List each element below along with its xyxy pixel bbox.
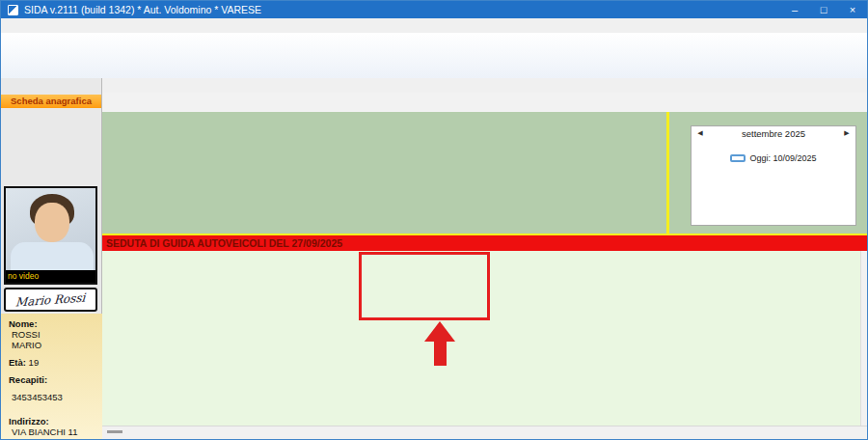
month-calendar: ◀ settembre 2025 ▶ Oggi: 10/09/2025: [691, 125, 856, 226]
titlebar: SIDA v.2111 (build 1342) * Aut. Voldomin…: [1, 1, 867, 18]
sidebar-icon-row: [1, 78, 101, 95]
age-label: Età:: [9, 357, 26, 368]
firstname-value: MARIO: [9, 340, 102, 350]
annotation-arrow-icon: [434, 340, 447, 366]
phone-value: 3453453453: [9, 392, 102, 402]
panel-divider: [666, 112, 669, 234]
today-marker-box: [730, 154, 746, 162]
app-icon: [8, 5, 18, 15]
student-photo: no video: [4, 186, 97, 285]
contacts-label: Recapiti:: [9, 374, 102, 385]
students-panel: [102, 251, 867, 426]
tab-bar: [102, 78, 867, 93]
name-label: Nome:: [9, 318, 102, 329]
address-label: Indirizzo:: [9, 416, 102, 426]
menu-bar: [1, 18, 867, 34]
photo-caption: no video: [6, 270, 95, 283]
surname-value: ROSSI: [9, 329, 102, 340]
student-sidebar: Scheda anagrafica no video Mario Rossi N…: [1, 78, 102, 439]
main-toolbar: [1, 33, 867, 79]
vertical-scrollbar[interactable]: [860, 251, 867, 426]
age-value: 19: [29, 357, 40, 368]
calendar-prev-button[interactable]: ◀: [692, 129, 709, 137]
annotation-arrow-icon: [424, 321, 455, 342]
avatar: [6, 188, 95, 270]
calendar-today-button[interactable]: Oggi: 10/09/2025: [692, 151, 855, 164]
secondary-toolbar: [102, 93, 867, 113]
calendar-next-button[interactable]: ▶: [838, 129, 855, 137]
maximize-button[interactable]: □: [809, 1, 838, 18]
signature-image: Mario Rossi: [4, 288, 97, 312]
session-banner: SEDUTA DI GUIDA AUTOVEICOLI DEL 27/09/20…: [102, 235, 867, 251]
horizontal-scrollbar[interactable]: [102, 426, 867, 437]
minimize-button[interactable]: –: [780, 1, 809, 18]
scrollbar-thumb[interactable]: [107, 430, 122, 433]
address-line: VIA BIANCHI 11: [9, 426, 102, 437]
close-button[interactable]: ×: [838, 1, 867, 18]
student-info: Nome: ROSSI MARIO Età: 19 Recapiti: 3453…: [1, 314, 102, 439]
today-label: Oggi: 10/09/2025: [749, 153, 816, 163]
sidebar-header: Scheda anagrafica: [1, 95, 101, 108]
sida-window: SIDA v.2111 (build 1342) * Aut. Voldomin…: [0, 0, 868, 440]
window-title: SIDA v.2111 (build 1342) * Aut. Voldomin…: [24, 4, 780, 15]
calendar-month-label: settembre 2025: [709, 128, 838, 139]
